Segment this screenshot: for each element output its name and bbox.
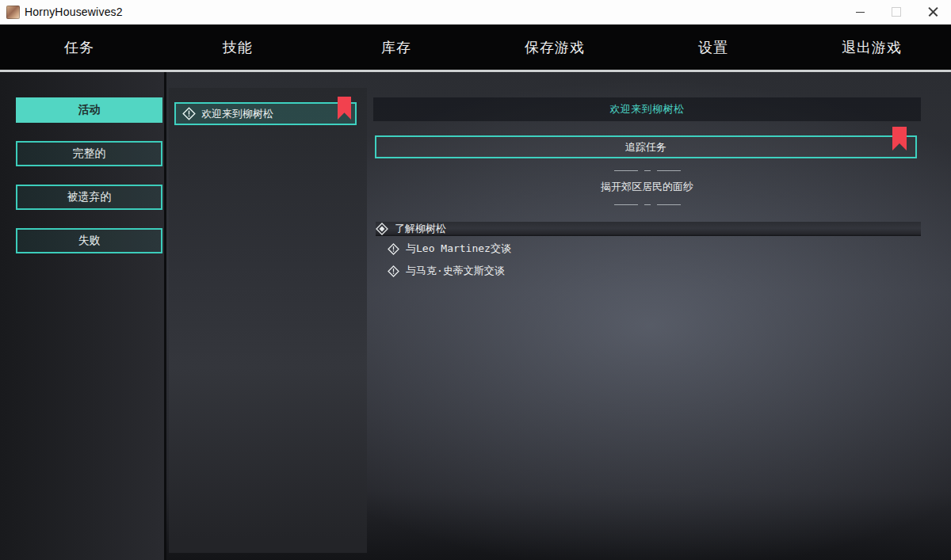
objective-sub-icon xyxy=(388,265,399,277)
bookmark-icon xyxy=(892,127,907,150)
objective-label: 与Leo Martinez交谈 xyxy=(406,242,511,256)
filter-button-completed[interactable]: 完整的 xyxy=(16,141,162,166)
app-icon xyxy=(6,6,20,19)
quest-marker-icon xyxy=(182,107,196,120)
maximize-icon xyxy=(892,7,901,17)
filter-button-active[interactable]: 活动 xyxy=(16,97,162,123)
nav-tab-settings[interactable]: 设置 xyxy=(634,25,792,70)
quest-item-title: 欢迎来到柳树松 xyxy=(201,107,273,121)
nav-tab-inventory[interactable]: 库存 xyxy=(317,25,476,70)
quest-detail-title: 欢迎来到柳树松 xyxy=(609,102,685,116)
objective-label: 了解柳树松 xyxy=(395,222,446,236)
window-title: HornyHousewives2 xyxy=(25,6,123,18)
main-area: 活动 完整的 被遗弃的 失败 欢迎来到柳树松 欢迎来到柳树松 追踪任务 揭开郊区 xyxy=(0,72,951,560)
minimize-icon xyxy=(856,12,865,13)
objective-item: 与马克·史蒂文斯交谈 xyxy=(388,264,921,278)
quest-list-panel: 欢迎来到柳树松 xyxy=(169,88,367,553)
filter-button-abandoned[interactable]: 被遗弃的 xyxy=(16,185,162,210)
close-button[interactable] xyxy=(915,0,951,24)
nav-tab-save-game[interactable]: 保存游戏 xyxy=(476,25,634,70)
objective-main-icon xyxy=(376,223,388,235)
quest-detail-panel: 欢迎来到柳树松 追踪任务 揭开郊区居民的面纱 了解柳树松 xyxy=(373,97,921,286)
quest-list-item[interactable]: 欢迎来到柳树松 xyxy=(174,102,357,125)
objective-item: 了解柳树松 xyxy=(376,222,921,236)
minimize-button[interactable] xyxy=(842,0,878,24)
filter-button-failed[interactable]: 失败 xyxy=(16,228,162,253)
decorative-divider xyxy=(373,204,921,205)
track-quest-button[interactable]: 追踪任务 xyxy=(375,135,917,158)
quest-description: 揭开郊区居民的面纱 xyxy=(373,180,921,194)
game-navbar: 任务 技能 库存 保存游戏 设置 退出游戏 xyxy=(0,25,951,72)
objectives-list: 了解柳树松 与Leo Martinez交谈 与马克·史蒂文斯交谈 xyxy=(376,222,921,278)
objective-label: 与马克·史蒂文斯交谈 xyxy=(406,264,505,278)
window-titlebar: HornyHousewives2 xyxy=(0,0,951,25)
objective-item: 与Leo Martinez交谈 xyxy=(388,242,921,256)
bookmark-icon xyxy=(338,97,351,120)
maximize-button[interactable] xyxy=(878,0,915,24)
objective-sub-icon xyxy=(388,243,399,255)
nav-tab-exit-game[interactable]: 退出游戏 xyxy=(792,25,951,70)
quest-detail-header: 欢迎来到柳树松 xyxy=(373,97,921,121)
quest-filter-sidebar: 活动 完整的 被遗弃的 失败 xyxy=(0,72,166,560)
track-quest-label: 追踪任务 xyxy=(625,140,666,154)
nav-tab-skills[interactable]: 技能 xyxy=(158,25,317,70)
close-icon xyxy=(928,7,938,17)
decorative-divider xyxy=(373,170,921,171)
nav-tab-quests[interactable]: 任务 xyxy=(0,25,158,70)
